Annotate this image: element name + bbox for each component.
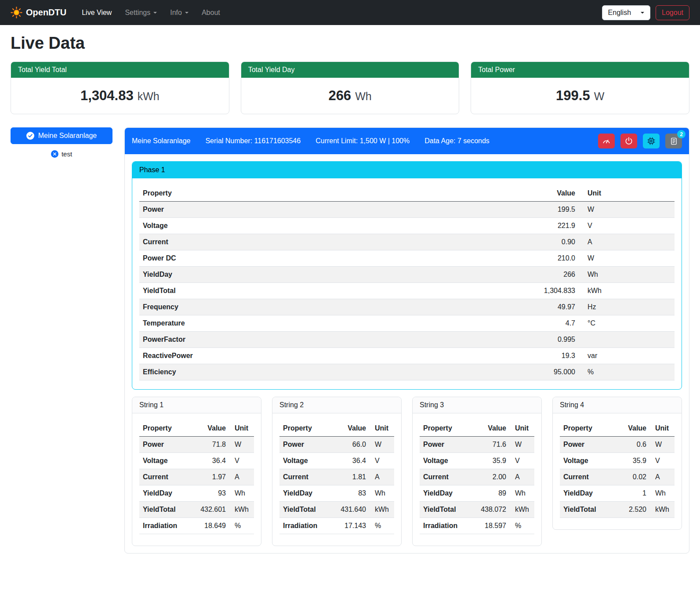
unit-cell: Wh: [579, 267, 675, 283]
string-card-body: Property Value Unit Power71.8WVoltage36.…: [132, 413, 261, 546]
property-cell: Power: [139, 437, 195, 453]
total-yield-day-value: 266: [328, 88, 351, 103]
card-body: 199.5W: [471, 78, 689, 114]
property-cell: Power: [560, 437, 616, 453]
unit-cell: W: [650, 437, 675, 453]
language-select[interactable]: English: [602, 5, 650, 20]
column-unit: Unit: [229, 420, 254, 437]
string-card-body: Property Value Unit Power0.6WVoltage35.9…: [553, 413, 682, 529]
nav-item-label: Settings: [125, 9, 150, 17]
column-property: Property: [279, 420, 335, 437]
table-row: Voltage35.9V: [420, 453, 534, 469]
value-cell: 199.5: [508, 202, 579, 218]
property-cell: Voltage: [279, 453, 335, 469]
property-cell: Voltage: [560, 453, 616, 469]
event-log-button[interactable]: 2: [665, 134, 682, 148]
nav-item-label: Live View: [82, 9, 112, 17]
table-row: Current2.00A: [420, 469, 534, 485]
unit-cell: %: [579, 364, 675, 380]
value-cell: 36.4: [335, 453, 370, 469]
column-unit: Unit: [650, 420, 675, 437]
brand[interactable]: OpenDTU: [11, 7, 66, 18]
table-row: Voltage221.9V: [139, 218, 675, 234]
unit-cell: A: [370, 469, 394, 485]
inverter-serial: Serial Number: 116171603546: [205, 137, 301, 145]
nav-item-live-view[interactable]: Live View: [75, 5, 118, 20]
nav-item-info[interactable]: Info: [163, 5, 195, 20]
unit-cell: V: [579, 218, 675, 234]
card-body: 266Wh: [241, 78, 459, 114]
string-3-card: String 3 Property Value Unit: [412, 397, 542, 546]
unit-cell: Wh: [650, 485, 675, 502]
logout-button[interactable]: Logout: [656, 5, 689, 20]
string-card-header: String 1: [132, 397, 261, 413]
property-cell: Power: [139, 202, 508, 218]
total-yield-day-card: Total Yield Day 266Wh: [241, 62, 460, 114]
property-cell: YieldTotal: [139, 502, 195, 518]
table-header-row: Property Value Unit: [139, 185, 675, 202]
property-cell: YieldDay: [139, 267, 508, 283]
column-unit: Unit: [579, 185, 675, 202]
unit-cell: kWh: [229, 502, 254, 518]
string-card-header: String 3: [413, 397, 541, 413]
table-row: YieldDay83Wh: [279, 485, 394, 502]
table-row: Irradiation17.143%: [279, 518, 394, 534]
table-row: Power71.8W: [139, 437, 254, 453]
inverter-sidebar: Meine Solaranlage test: [11, 127, 112, 158]
chevron-down-icon: [641, 12, 644, 15]
table-row: Current1.81A: [279, 469, 394, 485]
property-cell: Power DC: [139, 250, 508, 267]
property-cell: Temperature: [139, 315, 508, 332]
card-header: Total Yield Day: [241, 62, 459, 78]
property-cell: YieldDay: [279, 485, 335, 502]
unit-cell: A: [650, 469, 675, 485]
value-cell: 71.6: [475, 437, 510, 453]
phase-card-header: Phase 1: [132, 162, 682, 178]
inverter-actions: 2: [598, 134, 682, 148]
table-row: PowerFactor0.995: [139, 332, 675, 348]
unit-cell: W: [510, 437, 534, 453]
gauge-icon: [602, 137, 611, 145]
power-button[interactable]: [620, 134, 637, 148]
limit-settings-button[interactable]: [598, 134, 615, 148]
inverter-select-label: test: [62, 150, 72, 158]
inverter-limit: Current Limit: 1,500 W | 100%: [316, 137, 410, 145]
column-property: Property: [560, 420, 616, 437]
property-cell: Efficiency: [139, 364, 508, 380]
nav-item-settings[interactable]: Settings: [118, 5, 163, 20]
value-cell: 49.97: [508, 299, 579, 315]
inverter-card-header: Meine Solaranlage Serial Number: 1161716…: [125, 128, 689, 154]
table-row: YieldDay93Wh: [139, 485, 254, 502]
inverter-select-button-test[interactable]: test: [11, 150, 112, 158]
brand-label: OpenDTU: [26, 7, 66, 18]
sun-logo-icon: [11, 7, 22, 18]
value-cell: 18.649: [195, 518, 229, 534]
table-row: YieldTotal438.072kWh: [420, 502, 534, 518]
value-cell: 17.143: [335, 518, 370, 534]
unit-cell: W: [370, 437, 394, 453]
nav-item-about[interactable]: About: [195, 5, 227, 20]
unit-cell: kWh: [650, 502, 675, 518]
unit-cell: W: [579, 202, 675, 218]
string-2-table: Property Value Unit Power66.0WVoltage36.…: [279, 420, 394, 534]
nav-item-label: About: [202, 9, 220, 17]
inverter-info-button[interactable]: [643, 134, 660, 148]
table-row: YieldTotal432.601kWh: [139, 502, 254, 518]
check-circle-icon: [26, 132, 34, 140]
inverter-select-button-solaranlage[interactable]: Meine Solaranlage: [11, 127, 112, 144]
value-cell: 1: [616, 485, 650, 502]
unit-cell: %: [229, 518, 254, 534]
unit-cell: Wh: [510, 485, 534, 502]
column-unit: Unit: [370, 420, 394, 437]
value-cell: 1,304.833: [508, 283, 579, 299]
table-row: Current1.97A: [139, 469, 254, 485]
unit-cell: Hz: [579, 299, 675, 315]
table-header-row: Property Value Unit: [139, 420, 254, 437]
chevron-down-icon: [185, 12, 189, 15]
strings-row: String 1 Property Value Unit: [132, 397, 682, 546]
string-card-header: String 4: [553, 397, 682, 413]
nav-links: Live View Settings Info About: [75, 5, 227, 20]
property-cell: Power: [420, 437, 475, 453]
value-cell: 1.97: [195, 469, 229, 485]
unit-cell: kWh: [370, 502, 394, 518]
